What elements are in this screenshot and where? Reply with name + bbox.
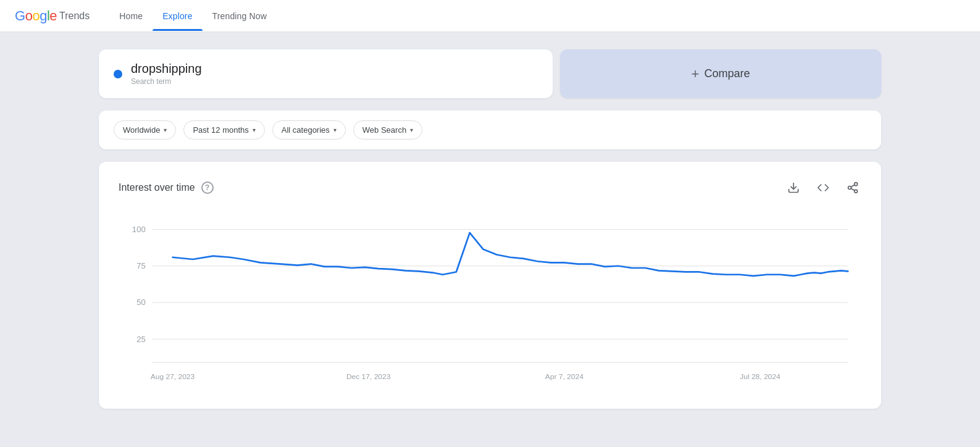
logo-g: G bbox=[15, 8, 25, 23]
search-dot bbox=[114, 70, 122, 78]
filter-region[interactable]: Worldwide ▾ bbox=[114, 120, 176, 140]
embed-button[interactable] bbox=[815, 179, 832, 196]
main-nav: Home Explore Trending Now bbox=[109, 1, 277, 31]
main-content: dropshipping Search term + Compare World… bbox=[0, 32, 980, 447]
logo[interactable]: Google Trends bbox=[15, 8, 90, 24]
nav-item-home[interactable]: Home bbox=[109, 1, 153, 31]
x-label-apr: Apr 7, 2024 bbox=[545, 372, 584, 381]
trend-line bbox=[172, 233, 848, 276]
compare-card[interactable]: + Compare bbox=[560, 49, 881, 98]
embed-icon bbox=[817, 182, 829, 194]
logo-e: e bbox=[49, 8, 57, 23]
share-icon bbox=[847, 182, 859, 194]
chart-container: 100 75 50 25 Aug 27, 2023 Dec 17, 2023 A… bbox=[119, 216, 861, 391]
logo-o2: o bbox=[32, 8, 40, 23]
filters-row: Worldwide ▾ Past 12 months ▾ All categor… bbox=[99, 111, 881, 149]
chart-card: Interest over time ? bbox=[99, 162, 881, 409]
compare-plus-icon: + bbox=[692, 66, 700, 82]
x-label-jul: Jul 28, 2024 bbox=[740, 372, 781, 381]
search-compare-row: dropshipping Search term + Compare bbox=[99, 49, 881, 98]
filter-category-label: All categories bbox=[282, 125, 330, 135]
filter-timerange-label: Past 12 months bbox=[193, 125, 248, 135]
y-label-75: 75 bbox=[136, 261, 146, 270]
filter-timerange[interactable]: Past 12 months ▾ bbox=[183, 120, 264, 140]
search-term-info: dropshipping Search term bbox=[131, 62, 202, 86]
share-button[interactable] bbox=[844, 179, 861, 196]
chart-actions bbox=[785, 179, 861, 196]
y-label-50: 50 bbox=[136, 298, 146, 307]
filter-category[interactable]: All categories ▾ bbox=[272, 120, 346, 140]
chart-title-row: Interest over time ? bbox=[119, 182, 214, 194]
x-label-dec: Dec 17, 2023 bbox=[346, 372, 391, 381]
logo-o1: o bbox=[25, 8, 33, 23]
header: Google Trends Home Explore Trending Now bbox=[0, 0, 980, 32]
search-term-text: dropshipping bbox=[131, 62, 202, 76]
x-label-aug: Aug 27, 2023 bbox=[151, 372, 195, 381]
chart-header: Interest over time ? bbox=[119, 179, 861, 196]
download-icon bbox=[787, 182, 800, 194]
y-label-25: 25 bbox=[136, 335, 146, 344]
chevron-down-icon: ▾ bbox=[164, 127, 167, 133]
svg-line-5 bbox=[851, 185, 855, 186]
chevron-down-icon: ▾ bbox=[253, 127, 256, 133]
chevron-down-icon: ▾ bbox=[333, 127, 337, 133]
chevron-down-icon: ▾ bbox=[410, 127, 413, 133]
help-icon-text: ? bbox=[205, 183, 209, 192]
chart-title: Interest over time bbox=[119, 182, 195, 193]
filter-searchtype[interactable]: Web Search ▾ bbox=[353, 120, 422, 140]
search-term-type: Search term bbox=[131, 77, 202, 86]
filter-searchtype-label: Web Search bbox=[362, 125, 406, 135]
logo-trends: Trends bbox=[59, 10, 90, 22]
nav-item-explore[interactable]: Explore bbox=[153, 1, 202, 31]
y-label-100: 100 bbox=[132, 225, 146, 234]
search-term-card: dropshipping Search term bbox=[99, 49, 553, 98]
compare-label: Compare bbox=[704, 67, 750, 80]
trend-chart: 100 75 50 25 Aug 27, 2023 Dec 17, 2023 A… bbox=[119, 216, 861, 389]
filter-region-label: Worldwide bbox=[123, 125, 160, 135]
nav-item-trending-now[interactable]: Trending Now bbox=[203, 1, 277, 31]
help-icon[interactable]: ? bbox=[201, 182, 214, 194]
download-button[interactable] bbox=[785, 179, 802, 196]
logo-g2: g bbox=[40, 8, 47, 23]
svg-line-4 bbox=[851, 188, 855, 190]
